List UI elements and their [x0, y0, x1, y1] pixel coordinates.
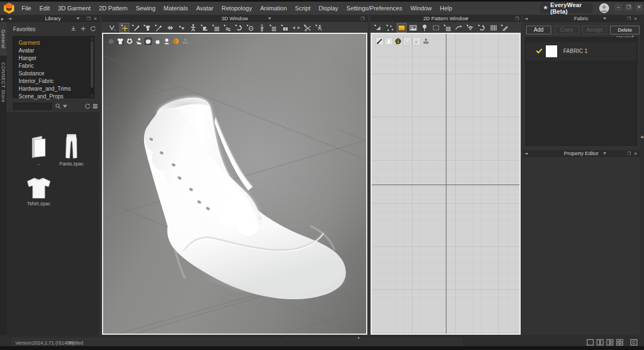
favorites-scrollbar[interactable] [90, 37, 94, 98]
tool-zipper[interactable] [235, 23, 243, 32]
menu-settings-preferences[interactable]: Settings/Preferences [342, 2, 406, 15]
layout-reset-icon[interactable] [630, 339, 637, 346]
fabric-add-button[interactable]: Add [526, 26, 551, 34]
fabric-item[interactable]: FABRIC 1 [526, 42, 636, 61]
tool-select-move-3d[interactable] [120, 23, 129, 33]
fabric-dropdown-icon[interactable] [603, 17, 606, 20]
menu-sewing[interactable]: Sewing [132, 2, 159, 15]
clo-logo-icon[interactable] [4, 3, 14, 14]
library-float-icon[interactable]: ❐ [87, 16, 91, 21]
library-item-hardware-and-trims[interactable]: Hardware_and_Trims [19, 85, 71, 93]
right-dock-expand-icon[interactable]: ◀ [640, 135, 643, 139]
restore-button[interactable]: ❐ [625, 4, 633, 11]
everywear-badge[interactable]: EveryWear (Beta) [540, 3, 593, 13]
tool-walk-avatar[interactable] [315, 23, 324, 32]
menu-2d-pattern[interactable]: 2D Pattern [95, 2, 132, 15]
view-mode-icon[interactable] [92, 103, 98, 109]
fabric-delete-unused-button[interactable]: Delete Unused [610, 26, 640, 34]
minimize-button[interactable]: – [615, 4, 622, 11]
user-avatar[interactable] [599, 3, 609, 13]
tool-scissors[interactable] [303, 23, 312, 32]
menu-file[interactable]: File [17, 2, 35, 15]
tool-dashed-rect[interactable] [432, 23, 440, 32]
menu-materials[interactable]: Materials [159, 2, 192, 15]
library-item-interior-fabric[interactable]: Interior_Fabric [19, 78, 53, 85]
window3d-float-icon[interactable]: ❐ [361, 16, 365, 21]
toggle-fold-icon[interactable] [403, 37, 412, 45]
fabric-assign-button[interactable]: Assign [582, 26, 607, 34]
toggle-info-icon[interactable] [394, 37, 402, 45]
scrollbar-thumb[interactable] [91, 41, 93, 88]
download-icon[interactable] [70, 26, 76, 32]
property-editor-close-icon[interactable]: ✕ [634, 151, 637, 156]
add-favorite-icon[interactable] [80, 26, 86, 32]
tool-seam-line[interactable] [500, 23, 509, 32]
tool-button[interactable] [246, 23, 255, 32]
scroll-up-button[interactable] [91, 37, 93, 40]
toggle-show-hand-icon[interactable] [153, 37, 162, 45]
tool-pen-2d[interactable] [154, 23, 163, 32]
dock-expand-icon[interactable]: ▶ [1, 17, 5, 21]
toggle-stamp-2d-icon[interactable] [422, 37, 430, 45]
toggle-stage-icon[interactable] [181, 37, 189, 45]
menu-display[interactable]: Display [314, 2, 342, 15]
file-item-pants[interactable]: Pants.zpac [56, 134, 87, 167]
library-item-garment[interactable]: Garment [19, 39, 40, 47]
menu-edit[interactable]: Edit [35, 2, 54, 15]
tool-avatar-pose[interactable] [189, 23, 198, 32]
tool-cursor-play[interactable] [177, 23, 186, 32]
layout-mixed-icon[interactable] [606, 339, 613, 346]
refresh-favorites-icon[interactable] [90, 26, 96, 32]
fabric-swatch[interactable] [545, 45, 558, 58]
library-item-fabric[interactable]: Fabric [19, 62, 34, 70]
library-item-avatar[interactable]: Avatar [19, 47, 34, 55]
tool-trace[interactable] [455, 23, 463, 32]
toggle-shirt-2d-icon[interactable] [385, 37, 393, 45]
tool-move-arrows[interactable] [166, 23, 175, 32]
search-input[interactable] [13, 103, 52, 110]
scroll-down-button[interactable] [91, 94, 93, 97]
toggle-show-garment-icon[interactable] [107, 37, 115, 45]
menu-help[interactable]: Help [436, 2, 457, 15]
tool-pattern-rect[interactable] [397, 23, 407, 33]
window2d-dropdown-icon[interactable] [466, 17, 469, 20]
tool-cursor-dart[interactable] [466, 23, 475, 32]
property-editor-dropdown-icon[interactable] [603, 152, 606, 155]
dock-tab-general[interactable]: General [0, 22, 7, 56]
file-item-tshirt[interactable]: Tshirt.zpac [23, 177, 55, 206]
tool-mannequin[interactable] [258, 23, 266, 32]
menu-animation[interactable]: Animation [256, 2, 291, 15]
library-close-icon[interactable]: ✕ [93, 16, 97, 21]
library-item-scene-and-props[interactable]: Scene_and_Props [19, 93, 63, 100]
toggle-show-ball-icon[interactable] [126, 37, 134, 45]
tool-select-garment[interactable] [108, 23, 117, 32]
tool-blocks[interactable] [281, 23, 289, 32]
toggle-show-tshirt-icon[interactable] [116, 37, 124, 45]
tool-fold-arrangement[interactable] [269, 23, 278, 32]
viewport-2d[interactable] [371, 33, 521, 335]
toggle-show-avatar-icon[interactable] [135, 37, 143, 45]
library-item-hanger[interactable]: Hanger [19, 55, 37, 62]
file-item-parent[interactable]: .. [23, 135, 55, 166]
tool-edit-garment[interactable] [143, 23, 152, 32]
menu-window[interactable]: Window [406, 2, 436, 15]
property-editor-float-icon[interactable]: ❐ [627, 151, 631, 156]
dock-tab-connect-store[interactable]: CONNECT Store [0, 59, 7, 106]
tool-pen-3d[interactable] [132, 23, 140, 32]
tool-pin[interactable] [420, 23, 429, 32]
fabric-float-icon[interactable]: ❐ [627, 16, 631, 21]
tool-zipper-2d[interactable] [478, 23, 486, 32]
fabric-close-icon[interactable]: ✕ [634, 16, 637, 21]
toggle-show-sphere-icon[interactable] [172, 37, 180, 45]
refresh-library-icon[interactable] [85, 103, 91, 109]
tool-texture[interactable] [409, 23, 418, 32]
library-dropdown-icon[interactable] [76, 17, 80, 20]
tool-measure[interactable] [292, 23, 301, 32]
layout-quad-icon[interactable] [616, 339, 623, 346]
search-icon[interactable] [55, 103, 61, 109]
toggle-needle-icon[interactable] [375, 37, 384, 45]
library-item-substance[interactable]: Substance [19, 70, 44, 78]
tool-edit-pattern[interactable] [385, 23, 394, 32]
tool-sewing-machine[interactable] [200, 23, 209, 32]
layout-two-columns-icon[interactable] [597, 339, 604, 346]
